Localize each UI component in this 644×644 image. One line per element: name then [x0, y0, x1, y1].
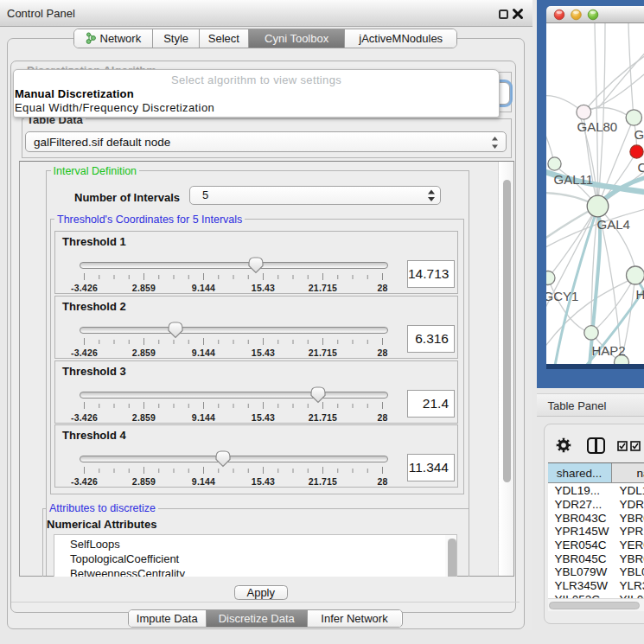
svg-text:GA: GA — [634, 126, 644, 141]
svg-text:C: C — [638, 159, 644, 174]
svg-text:H: H — [636, 287, 644, 302]
svg-text:HAP2: HAP2 — [592, 342, 626, 357]
svg-text:GAL80: GAL80 — [577, 118, 618, 133]
svg-text:GAL4: GAL4 — [597, 217, 630, 232]
svg-text:GCY1: GCY1 — [546, 288, 578, 303]
svg-text:GAL11: GAL11 — [554, 172, 594, 187]
